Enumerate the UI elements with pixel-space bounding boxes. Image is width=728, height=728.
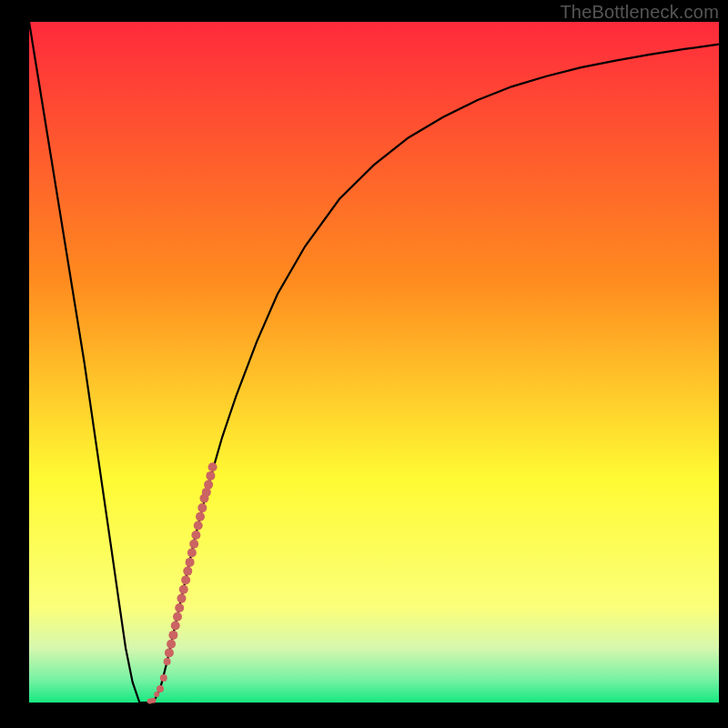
highlight-dot [196,512,205,521]
bottleneck-chart [0,0,728,728]
highlight-dot [197,503,207,512]
highlight-dot [189,540,198,549]
highlight-dot [173,612,182,622]
highlight-dot [167,640,176,649]
highlight-dot [187,548,197,557]
highlight-dot [181,575,190,584]
highlight-dot [206,471,215,480]
highlight-dot [154,692,159,697]
highlight-dot [179,585,188,594]
attribution-label: TheBottleneck.com [560,2,719,23]
axis-frame [0,703,728,728]
highlight-dot [177,594,187,603]
chart-container: TheBottleneck.com [0,0,728,728]
highlight-dot [175,603,184,612]
highlight-dot [164,658,171,665]
axis-frame [719,0,728,728]
highlight-dot [165,648,174,657]
highlight-dot [204,480,213,490]
axis-frame [0,0,29,728]
plot-area [29,22,719,703]
highlight-dot [157,685,164,693]
highlight-dot [183,567,192,576]
highlight-dot [194,521,203,531]
highlight-dot [208,462,217,471]
highlight-dot [191,531,200,540]
highlight-dot [168,631,177,640]
highlight-dot [150,698,156,703]
highlight-dot [186,558,195,567]
highlight-dot [171,622,180,631]
highlight-dot [160,674,167,682]
